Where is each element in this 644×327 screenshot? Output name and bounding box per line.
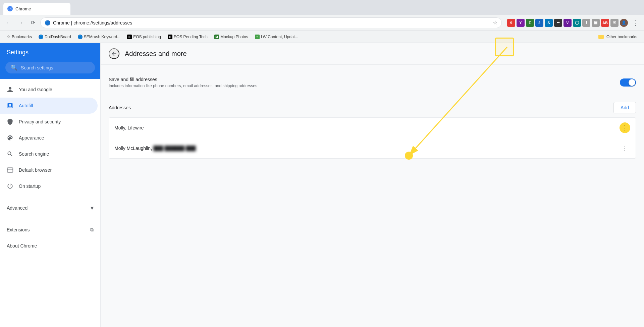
sidebar: Settings 🔍 You and Google [0,43,101,327]
save-fill-text: Save and fill addresses Includes informa… [109,77,620,88]
ext-icon-8[interactable]: ◯ [573,19,581,27]
sidebar-divider-1 [0,197,100,197]
appearance-label: Appearance [19,135,44,141]
ext-icon-mail[interactable]: ✉ [610,19,619,27]
bookmark-eos-publishing[interactable]: E EOS publishing [124,33,164,41]
you-and-google-label: You and Google [19,87,52,92]
eos-pend-icon: E [168,35,172,39]
forward-button[interactable]: → [16,18,25,28]
bookmarks-manager[interactable]: ☆ Bookmarks [4,33,35,41]
ext-icon-4[interactable]: 2 [535,19,543,27]
other-bookmarks-label: Other bookmarks [606,35,637,39]
addresses-section-header: Addresses Add [109,95,636,117]
sidebar-item-search-engine[interactable]: Search engine [0,146,100,162]
sidebar-item-appearance[interactable]: Appearance [0,130,100,146]
address-bar[interactable]: 🔵 Chrome | chrome://settings/addresses ☆ [40,17,502,28]
ext-icon-abp[interactable]: AB [601,19,609,27]
save-fill-description: Includes information like phone numbers,… [109,84,620,88]
ext-icon-9[interactable]: ⬇ [582,19,590,27]
bookmark-mockup[interactable]: M Mockup Photos [212,33,251,41]
extension-icons: 9 Y E 2 S ✒ V ◯ ⬇ ▣ AB ✉ 👤 [507,19,628,27]
ext-icon-6[interactable]: ✒ [554,19,562,27]
tab-title: Chrome [15,6,31,11]
bookmarks-right: Other bookmarks [596,33,640,41]
dotdash-label: DotDashBoard [45,35,71,39]
bookmark-star-icon: ☆ [7,35,10,39]
chevron-down-icon: ▾ [91,204,94,212]
page-title: Addresses and more [125,50,187,58]
sidebar-item-privacy[interactable]: Privacy and security [0,114,100,130]
bookmark-star[interactable]: ☆ [493,19,497,26]
dotdash-icon: 🌐 [39,35,43,39]
other-bookmarks[interactable]: Other bookmarks [596,33,640,41]
sidebar-item-you-and-google[interactable]: You and Google [0,81,100,98]
external-link-icon: ⧉ [90,227,94,233]
bookmark-lw-content[interactable]: + LW Content, Updat... [252,33,301,41]
active-tab[interactable]: Chrome [3,3,70,15]
bookmarks-label: Bookmarks [12,35,32,39]
add-address-button[interactable]: Add [613,102,636,113]
folder-icon [598,35,604,39]
address-blurred-detail: ███ ██████ ███ [153,146,196,151]
back-button[interactable]: ← [4,18,13,28]
ext-icon-10[interactable]: ▣ [592,19,600,27]
navigation-bar: ← → ⟳ 🔵 Chrome | chrome://settings/addre… [0,15,644,31]
save-fill-title: Save and fill addresses [109,77,620,82]
sidebar-item-on-startup[interactable]: On startup [0,178,100,194]
user-avatar[interactable]: 👤 [620,19,628,27]
bookmark-eos-pending[interactable]: E EOS Pending Tech [165,33,210,41]
bookmarks-bar: ☆ Bookmarks 🌐 DotDashBoard 🌐 SEMrush Key… [0,31,644,43]
autofill-icon [7,102,13,109]
browser-icon [7,167,13,173]
save-fill-setting-row: Save and fill addresses Includes informa… [109,70,636,95]
ext-icon-7[interactable]: V [564,19,572,27]
back-navigation-button[interactable] [109,48,119,59]
search-bar-container: 🔍 [0,62,100,79]
sidebar-item-extensions[interactable]: Extensions ⧉ [0,222,100,238]
secure-icon: 🔵 [45,20,50,25]
sidebar-item-default-browser[interactable]: Default browser [0,162,100,178]
ext-icon-5[interactable]: S [545,19,553,27]
advanced-label: Advanced [7,205,28,211]
search-engine-label: Search engine [19,151,49,157]
bookmark-semrush[interactable]: 🌐 SEMrush Keyword... [75,33,123,41]
address-options-button-2[interactable]: ⋮ [620,143,630,154]
palette-icon [7,134,13,141]
sidebar-item-advanced[interactable]: Advanced ▾ [0,200,100,216]
sidebar-item-autofill[interactable]: Autofill [0,98,98,114]
search-input[interactable] [21,65,90,70]
address-text: Chrome | chrome://settings/addresses [53,20,490,25]
main-area: Settings 🔍 You and Google [0,43,644,327]
privacy-label: Privacy and security [19,119,61,124]
about-chrome-label: About Chrome [7,243,37,249]
lw-icon: + [255,35,260,39]
autofill-label: Autofill [19,103,33,108]
eos-pub-icon: E [127,35,132,39]
startup-icon [7,183,13,189]
ext-icon-2[interactable]: Y [517,19,525,27]
search-nav-icon [7,151,13,157]
address-name-1: Molly, Lifewire [114,125,144,130]
bookmark-dotdashboard[interactable]: 🌐 DotDashBoard [36,33,74,41]
sidebar-item-about-chrome[interactable]: About Chrome [0,238,100,254]
toggle-slider [620,78,636,87]
on-startup-label: On startup [19,183,41,189]
chrome-menu-button[interactable]: ⋮ [631,18,640,28]
settings-header: Settings [0,43,100,62]
svg-rect-1 [7,168,13,172]
lw-label: LW Content, Updat... [261,35,298,39]
address-options-button-1[interactable]: ⋮ [620,122,630,133]
ext-icon-1[interactable]: 9 [507,19,515,27]
sidebar-divider-2 [0,219,100,219]
settings-title: Settings [7,49,29,56]
address-item-2: Molly McLaughlin, ███ ██████ ███ ⋮ [109,138,636,158]
ext-icon-3[interactable]: E [526,19,534,27]
person-icon [7,86,13,93]
reload-button[interactable]: ⟳ [28,18,38,28]
save-fill-toggle[interactable] [620,78,636,87]
content-area: Addresses and more Save and fill address… [101,43,644,327]
mockup-icon: M [214,35,219,39]
sidebar-navigation: You and Google Autofill Privacy and secu… [0,79,100,257]
search-icon: 🔍 [11,64,17,71]
semrush-icon: 🌐 [78,35,83,39]
